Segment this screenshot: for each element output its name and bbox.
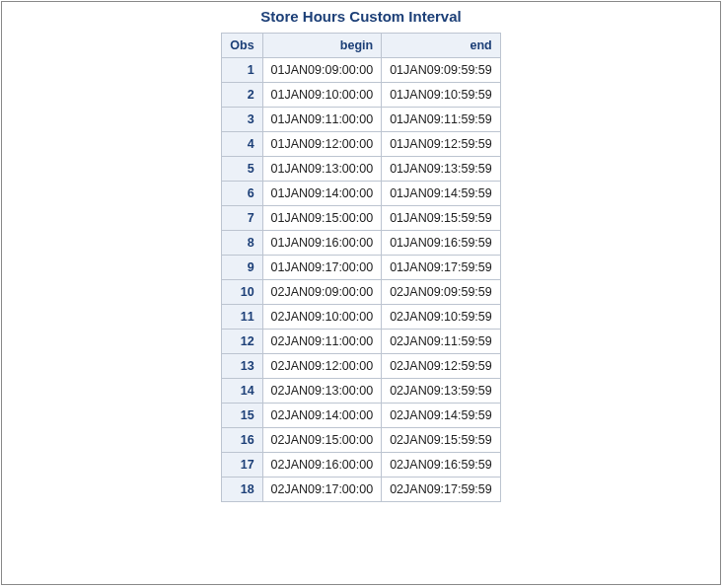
- begin-cell: 01JAN09:09:00:00: [262, 58, 382, 83]
- output-frame: Store Hours Custom Interval Obs begin en…: [1, 1, 721, 585]
- begin-cell: 02JAN09:17:00:00: [262, 478, 382, 502]
- obs-cell: 15: [222, 404, 262, 428]
- begin-cell: 02JAN09:10:00:00: [262, 305, 382, 330]
- obs-cell: 9: [222, 256, 262, 280]
- obs-cell: 7: [222, 206, 262, 231]
- table-row: 1102JAN09:10:00:0002JAN09:10:59:59: [222, 305, 500, 330]
- table-row: 401JAN09:12:00:0001JAN09:12:59:59: [222, 132, 500, 157]
- end-cell: 02JAN09:13:59:59: [382, 379, 501, 404]
- obs-cell: 5: [222, 157, 262, 182]
- obs-cell: 16: [222, 428, 262, 453]
- begin-cell: 01JAN09:12:00:00: [262, 132, 382, 157]
- obs-cell: 6: [222, 182, 262, 206]
- begin-cell: 01JAN09:15:00:00: [262, 206, 382, 231]
- end-cell: 01JAN09:16:59:59: [382, 231, 501, 256]
- end-cell: 01JAN09:11:59:59: [382, 108, 501, 132]
- begin-cell: 02JAN09:13:00:00: [262, 379, 382, 404]
- end-cell: 02JAN09:17:59:59: [382, 478, 501, 502]
- end-cell: 02JAN09:14:59:59: [382, 404, 501, 428]
- begin-cell: 01JAN09:10:00:00: [262, 83, 382, 108]
- col-header-obs: Obs: [222, 34, 262, 58]
- table-row: 501JAN09:13:00:0001JAN09:13:59:59: [222, 157, 500, 182]
- table-row: 801JAN09:16:00:0001JAN09:16:59:59: [222, 231, 500, 256]
- table-row: 1502JAN09:14:00:0002JAN09:14:59:59: [222, 404, 500, 428]
- obs-cell: 10: [222, 280, 262, 305]
- table-body: 101JAN09:09:00:0001JAN09:09:59:59201JAN0…: [222, 58, 500, 502]
- begin-cell: 02JAN09:14:00:00: [262, 404, 382, 428]
- obs-cell: 3: [222, 108, 262, 132]
- data-table: Obs begin end 101JAN09:09:00:0001JAN09:0…: [221, 33, 500, 502]
- table-row: 1402JAN09:13:00:0002JAN09:13:59:59: [222, 379, 500, 404]
- table-row: 701JAN09:15:00:0001JAN09:15:59:59: [222, 206, 500, 231]
- end-cell: 02JAN09:09:59:59: [382, 280, 501, 305]
- end-cell: 01JAN09:13:59:59: [382, 157, 501, 182]
- page-title: Store Hours Custom Interval: [2, 2, 720, 33]
- obs-cell: 2: [222, 83, 262, 108]
- table-row: 901JAN09:17:00:0001JAN09:17:59:59: [222, 256, 500, 280]
- obs-cell: 4: [222, 132, 262, 157]
- table-row: 1202JAN09:11:00:0002JAN09:11:59:59: [222, 330, 500, 354]
- begin-cell: 02JAN09:16:00:00: [262, 453, 382, 478]
- end-cell: 02JAN09:10:59:59: [382, 305, 501, 330]
- begin-cell: 01JAN09:17:00:00: [262, 256, 382, 280]
- end-cell: 02JAN09:15:59:59: [382, 428, 501, 453]
- table-row: 1302JAN09:12:00:0002JAN09:12:59:59: [222, 354, 500, 379]
- table-row: 301JAN09:11:00:0001JAN09:11:59:59: [222, 108, 500, 132]
- begin-cell: 01JAN09:14:00:00: [262, 182, 382, 206]
- obs-cell: 1: [222, 58, 262, 83]
- begin-cell: 02JAN09:12:00:00: [262, 354, 382, 379]
- end-cell: 01JAN09:10:59:59: [382, 83, 501, 108]
- begin-cell: 02JAN09:11:00:00: [262, 330, 382, 354]
- end-cell: 01JAN09:15:59:59: [382, 206, 501, 231]
- obs-cell: 12: [222, 330, 262, 354]
- table-row: 1602JAN09:15:00:0002JAN09:15:59:59: [222, 428, 500, 453]
- table-row: 201JAN09:10:00:0001JAN09:10:59:59: [222, 83, 500, 108]
- col-header-end: end: [382, 34, 501, 58]
- obs-cell: 13: [222, 354, 262, 379]
- begin-cell: 02JAN09:09:00:00: [262, 280, 382, 305]
- obs-cell: 14: [222, 379, 262, 404]
- table-row: 1002JAN09:09:00:0002JAN09:09:59:59: [222, 280, 500, 305]
- table-row: 601JAN09:14:00:0001JAN09:14:59:59: [222, 182, 500, 206]
- table-row: 101JAN09:09:00:0001JAN09:09:59:59: [222, 58, 500, 83]
- end-cell: 02JAN09:16:59:59: [382, 453, 501, 478]
- end-cell: 02JAN09:12:59:59: [382, 354, 501, 379]
- obs-cell: 17: [222, 453, 262, 478]
- table-row: 1702JAN09:16:00:0002JAN09:16:59:59: [222, 453, 500, 478]
- begin-cell: 01JAN09:13:00:00: [262, 157, 382, 182]
- end-cell: 01JAN09:09:59:59: [382, 58, 501, 83]
- begin-cell: 02JAN09:15:00:00: [262, 428, 382, 453]
- begin-cell: 01JAN09:16:00:00: [262, 231, 382, 256]
- table-row: 1802JAN09:17:00:0002JAN09:17:59:59: [222, 478, 500, 502]
- end-cell: 01JAN09:14:59:59: [382, 182, 501, 206]
- end-cell: 01JAN09:12:59:59: [382, 132, 501, 157]
- table-container: Obs begin end 101JAN09:09:00:0001JAN09:0…: [2, 33, 720, 502]
- obs-cell: 8: [222, 231, 262, 256]
- header-row: Obs begin end: [222, 34, 500, 58]
- obs-cell: 18: [222, 478, 262, 502]
- end-cell: 01JAN09:17:59:59: [382, 256, 501, 280]
- end-cell: 02JAN09:11:59:59: [382, 330, 501, 354]
- obs-cell: 11: [222, 305, 262, 330]
- begin-cell: 01JAN09:11:00:00: [262, 108, 382, 132]
- col-header-begin: begin: [262, 34, 382, 58]
